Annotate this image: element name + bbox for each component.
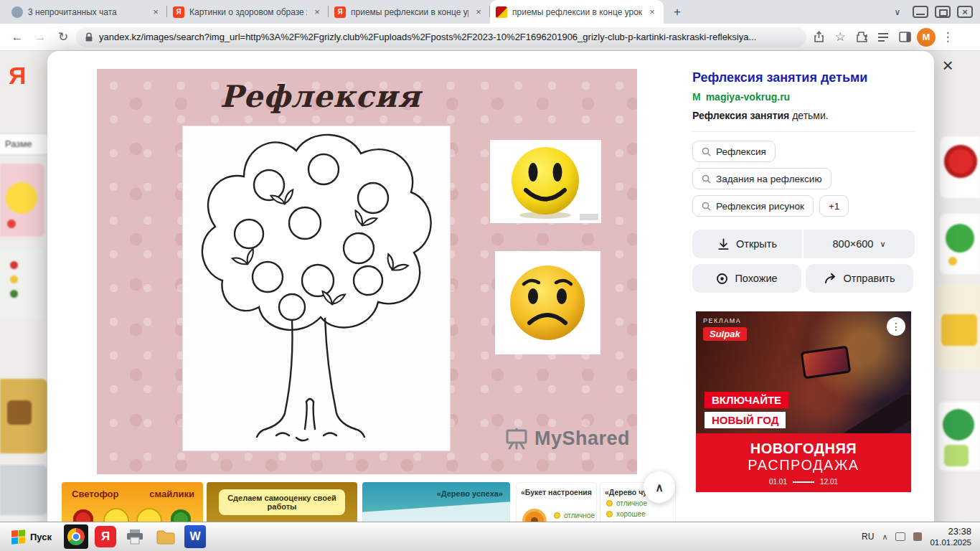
address-bar[interactable]: yandex.kz/images/search?img_url=http%3A%… bbox=[76, 27, 806, 47]
browser-tab-strip: 3 непрочитанных чата × Я Картинки о здор… bbox=[0, 0, 980, 24]
share-icon[interactable] bbox=[809, 28, 828, 47]
yandex-browser-taskbar-icon[interactable]: Я bbox=[95, 526, 116, 547]
yandex-images-favicon-icon bbox=[496, 6, 507, 18]
extensions-puzzle-icon[interactable] bbox=[852, 28, 871, 47]
ad-brand-logo: Sulpak bbox=[703, 327, 747, 341]
chip-reflection-tasks[interactable]: Задания на рефлексию bbox=[692, 168, 831, 189]
close-viewer-icon[interactable]: × bbox=[937, 55, 958, 76]
chevron-down-icon: ∨ bbox=[880, 240, 885, 249]
info-panel: Рефлексия занятия детьми M magiya-vokrug… bbox=[685, 69, 922, 492]
ad-menu-icon[interactable]: ⋮ bbox=[887, 317, 905, 336]
related-query-chips: Рефлексия Задания на рефлексию Рефлексия… bbox=[692, 141, 915, 217]
window-close-icon[interactable]: × bbox=[957, 6, 973, 18]
taskbar: Пуск Я W RU ∧ 23:38 01.01.2025 bbox=[0, 522, 980, 551]
bullet-icon bbox=[606, 511, 613, 517]
url-text[interactable]: yandex.kz/images/search?img_url=http%3A%… bbox=[99, 32, 756, 42]
result-description: Рефлексия занятия детьми. bbox=[692, 110, 915, 121]
tab-reflection-active[interactable]: приемы рефлексии в конце урока × bbox=[490, 0, 664, 24]
myshared-watermark: MyShared bbox=[504, 428, 630, 450]
search-icon bbox=[702, 147, 711, 156]
yandex-favicon-icon: Я bbox=[173, 6, 184, 18]
bg-thumbnail bbox=[0, 164, 44, 237]
screen: 3 непрочитанных чата × Я Картинки о здор… bbox=[0, 0, 980, 551]
browser-toolbar: ← → ↻ yandex.kz/images/search?img_url=ht… bbox=[0, 24, 980, 51]
chip-reflection-drawing[interactable]: Рефлексия рисунок bbox=[692, 195, 814, 217]
send-button[interactable]: Отправить bbox=[806, 264, 913, 293]
folder-taskbar-icon[interactable] bbox=[154, 524, 178, 549]
browser-menu-icon[interactable]: ⋮ bbox=[938, 28, 957, 47]
minimize-icon[interactable] bbox=[913, 6, 928, 18]
start-button[interactable]: Пуск bbox=[6, 524, 57, 549]
watermark-text: MyShared bbox=[534, 428, 630, 450]
tab-healthy-images[interactable]: Я Картинки о здоровом образе жиз × bbox=[167, 0, 329, 24]
sad-smiley-image bbox=[495, 251, 600, 354]
tab-close-icon[interactable]: × bbox=[646, 6, 658, 17]
reading-list-icon[interactable] bbox=[874, 28, 892, 47]
reload-icon[interactable]: ↻ bbox=[53, 27, 73, 47]
chrome-taskbar-icon[interactable] bbox=[64, 524, 88, 549]
ad-headline-2: НОВЫЙ ГОД bbox=[705, 412, 786, 428]
site-link[interactable]: M magiya-vokrug.ru bbox=[692, 91, 915, 103]
word-taskbar-icon[interactable]: W bbox=[184, 525, 206, 548]
back-icon[interactable]: ← bbox=[7, 27, 27, 47]
tray-expand-icon[interactable]: ∧ bbox=[882, 532, 887, 542]
restore-icon[interactable] bbox=[935, 6, 951, 18]
bg-thumbnail bbox=[0, 379, 47, 453]
watermark-strip bbox=[580, 214, 598, 220]
chip-reflection[interactable]: Рефлексия bbox=[692, 141, 776, 162]
bullet-icon bbox=[606, 500, 613, 507]
divider bbox=[692, 131, 915, 132]
open-button[interactable]: Открыть bbox=[692, 230, 802, 258]
image-viewer-modal: Рефлексия bbox=[47, 51, 934, 551]
bg-thumbnail bbox=[936, 284, 980, 369]
bookmark-star-icon[interactable]: ☆ bbox=[831, 28, 849, 47]
dash bbox=[793, 481, 814, 483]
search-icon bbox=[702, 174, 711, 184]
result-title-link[interactable]: Рефлексия занятия детьми bbox=[692, 69, 915, 86]
window-controls: × bbox=[907, 0, 980, 24]
tab-close-icon[interactable]: × bbox=[150, 6, 161, 17]
tab-close-icon[interactable]: × bbox=[311, 6, 323, 17]
scroll-top-button[interactable]: ∧ bbox=[644, 471, 675, 503]
ad-sale-line-1: НОВОГОДНЯЯ bbox=[696, 441, 911, 457]
tab-search-icon[interactable]: ∨ bbox=[888, 3, 907, 22]
tray-app-icon[interactable] bbox=[913, 532, 922, 541]
taskbar-clock[interactable]: 23:38 01.01.2025 bbox=[930, 526, 971, 548]
profile-avatar[interactable]: M bbox=[917, 28, 936, 47]
tab-chats[interactable]: 3 непрочитанных чата × bbox=[6, 0, 167, 24]
bg-thumbnail bbox=[940, 214, 980, 274]
chip-more[interactable]: +1 bbox=[819, 195, 849, 217]
tab-reflection-1[interactable]: Я приемы рефлексии в конце урока × bbox=[329, 0, 490, 24]
image-heading: Рефлексия bbox=[97, 79, 544, 114]
ad-photo: РЕКЛАМА Sulpak ⋮ ВКЛЮЧАЙТЕ НОВЫЙ ГОД bbox=[696, 311, 911, 433]
tab-title: 3 непрочитанных чата bbox=[28, 7, 146, 17]
similar-button[interactable]: Похожие bbox=[692, 264, 801, 293]
size-filter-chip[interactable]: Разме bbox=[0, 133, 52, 155]
side-panel-icon[interactable] bbox=[895, 28, 914, 47]
ad-sale-block: НОВОГОДНЯЯ РАСПРОДАЖА 01.01 12.01 bbox=[696, 433, 911, 492]
advertisement[interactable]: РЕКЛАМА Sulpak ⋮ ВКЛЮЧАЙТЕ НОВЫЙ ГОД НОВ… bbox=[696, 311, 911, 492]
size-select-button[interactable]: 800×600 ∨ bbox=[804, 230, 915, 258]
yandex-logo: Я bbox=[9, 62, 26, 90]
share-arrow-icon bbox=[824, 273, 837, 284]
ad-headline-1: ВКЛЮЧАЙТЕ bbox=[705, 392, 788, 408]
happy-smiley-image bbox=[490, 140, 601, 223]
open-size-buttons: Открыть 800×600 ∨ bbox=[692, 230, 915, 258]
bullet-icon bbox=[554, 512, 560, 519]
printer-taskbar-icon[interactable] bbox=[123, 524, 147, 549]
similar-images-icon bbox=[716, 273, 728, 285]
bg-thumbnail bbox=[0, 465, 47, 515]
tab-close-icon[interactable]: × bbox=[473, 6, 484, 17]
system-tray: RU ∧ 23:38 01.01.2025 bbox=[862, 526, 974, 548]
language-indicator[interactable]: RU bbox=[862, 532, 874, 542]
tab-title: приемы рефлексии в конце урока bbox=[512, 7, 642, 17]
tab-title: приемы рефлексии в конце урока bbox=[351, 7, 468, 17]
new-tab-button[interactable]: + bbox=[668, 3, 687, 22]
reflection-tree-drawing bbox=[183, 126, 450, 451]
site-favicon: M bbox=[692, 91, 701, 103]
tray-display-icon[interactable] bbox=[895, 532, 905, 541]
yandex-favicon-icon: Я bbox=[334, 6, 346, 18]
preview-image[interactable]: Рефлексия bbox=[97, 69, 637, 474]
ad-phone bbox=[801, 346, 852, 380]
download-icon bbox=[717, 238, 730, 250]
